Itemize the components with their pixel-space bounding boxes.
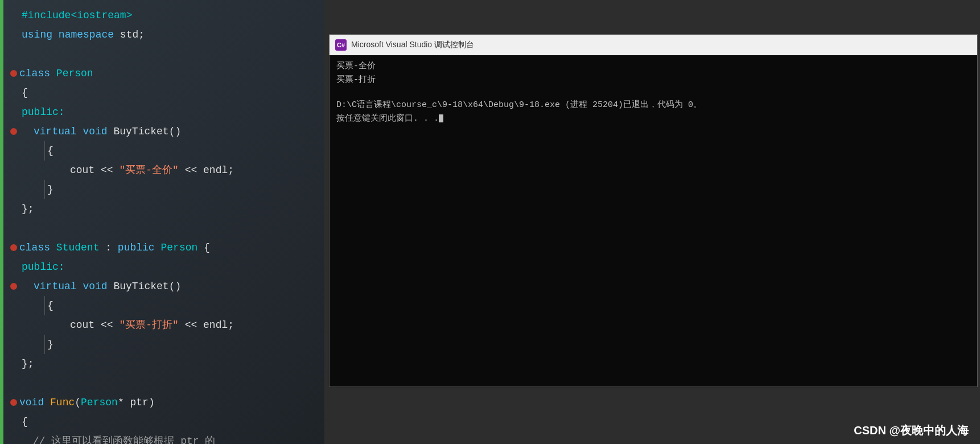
code-line-15: virtual void BuyTicket(): [6, 277, 324, 296]
code-token: [52, 25, 59, 44]
code-token: cout <<: [70, 315, 119, 335]
code-token: virtual: [34, 277, 77, 296]
code-line-4: class Person: [6, 64, 324, 83]
code-token: BuyTicket(): [108, 277, 182, 296]
code-token: namespace: [59, 25, 114, 44]
code-line-8: {: [6, 141, 324, 161]
code-line-2: using namespace std;: [6, 25, 324, 44]
code-token: << endl;: [179, 315, 234, 335]
code-line-6: public:: [6, 102, 324, 122]
code-line-10: }: [6, 180, 324, 199]
code-token: }: [44, 180, 53, 199]
code-token: public:: [22, 102, 65, 122]
code-line-12: [6, 219, 324, 238]
code-token: cout <<: [70, 161, 119, 180]
debug-output-path: D:\C语言课程\course_c\9-18\x64\Debug\9-18.ex…: [336, 98, 970, 112]
code-token: Func: [50, 393, 75, 412]
code-token: [77, 277, 83, 296]
code-line-23: // 这里可以看到函数能够根据 ptr 的: [6, 431, 324, 444]
code-token: [77, 122, 83, 141]
code-line-19: };: [6, 354, 324, 373]
debug-console-panel: C# Microsoft Visual Studio 调试控制台 买票-全价 买…: [329, 34, 978, 387]
code-token: "买票-打折": [119, 315, 178, 335]
code-token: << endl;: [179, 161, 234, 180]
code-token: Person: [56, 64, 93, 83]
code-token: public: [118, 238, 155, 257]
code-token: :: [99, 238, 117, 257]
cursor-blink: [439, 114, 443, 122]
code-token: };: [22, 354, 34, 373]
code-token: "买票-全价": [119, 161, 178, 180]
code-line-22: {: [6, 412, 324, 431]
debug-output: 买票-全价 买票-打折 D:\C语言课程\course_c\9-18\x64\D…: [330, 55, 977, 387]
code-line-11: };: [6, 199, 324, 219]
vs-icon: C#: [335, 39, 347, 51]
debug-titlebar: C# Microsoft Visual Studio 调试控制台: [330, 35, 977, 55]
code-token: {: [22, 83, 28, 102]
debug-title: Microsoft Visual Studio 调试控制台: [351, 40, 474, 50]
code-token: [155, 238, 161, 257]
code-line-21: void Func ( Person * ptr): [6, 393, 324, 412]
vs-icon-text: C#: [337, 42, 345, 48]
debug-output-empty: [336, 87, 970, 98]
code-token: {: [22, 412, 28, 431]
breakpoint-indicator: [10, 244, 17, 251]
code-editor-panel: #include<iostream> using namespace std; …: [0, 0, 324, 444]
code-token: public:: [22, 257, 65, 277]
code-token: void: [19, 393, 44, 412]
code-line-14: public:: [6, 257, 324, 277]
code-token: * ptr): [118, 393, 155, 412]
code-token: #include<iostream>: [22, 6, 132, 25]
debug-output-line-2: 买票-打折: [336, 73, 970, 87]
code-token: {: [44, 296, 53, 315]
code-token: Person: [81, 393, 118, 412]
green-sidebar: [0, 0, 3, 444]
code-line-5: {: [6, 83, 324, 102]
code-line-1: #include<iostream>: [6, 6, 324, 25]
code-token: [44, 393, 50, 412]
code-token: {: [197, 238, 210, 257]
code-token: {: [44, 141, 53, 161]
code-token: class: [19, 238, 50, 257]
breakpoint-indicator: [10, 283, 17, 290]
code-token: Person: [160, 238, 197, 257]
code-line-3: [6, 44, 324, 64]
code-token: // 这里可以看到函数能够根据 ptr 的: [33, 431, 215, 444]
code-token: (: [75, 393, 81, 412]
code-token: BuyTicket(): [108, 122, 182, 141]
code-line-20: [6, 373, 324, 393]
code-line-17: cout << "买票-打折" << endl;: [6, 315, 324, 335]
code-lines: #include<iostream> using namespace std; …: [0, 6, 324, 444]
watermark-text: CSDN @夜晚中的人海: [854, 424, 969, 437]
code-line-9: cout << "买票-全价" << endl;: [6, 161, 324, 180]
code-token: std;: [114, 25, 145, 44]
code-line-7: virtual void BuyTicket(): [6, 122, 324, 141]
code-token: void: [83, 277, 107, 296]
code-token: virtual: [34, 122, 77, 141]
code-token: [50, 64, 56, 83]
debug-output-line-1: 买票-全价: [336, 60, 970, 73]
breakpoint-indicator: [10, 399, 17, 406]
code-token: }: [44, 335, 53, 354]
code-token: };: [22, 199, 34, 219]
code-line-13: class Student : public Person {: [6, 238, 324, 257]
csdn-watermark: CSDN @夜晚中的人海: [854, 423, 969, 438]
code-token: Student: [56, 238, 100, 257]
code-token: void: [83, 122, 107, 141]
code-token: using: [22, 25, 52, 44]
breakpoint-indicator: [10, 70, 17, 77]
code-line-16: {: [6, 296, 324, 315]
code-line-18: }: [6, 335, 324, 354]
breakpoint-indicator: [10, 128, 17, 135]
code-token: class: [19, 64, 50, 83]
debug-output-prompt: 按任意键关闭此窗口. . .: [336, 112, 970, 126]
code-token: [50, 238, 56, 257]
